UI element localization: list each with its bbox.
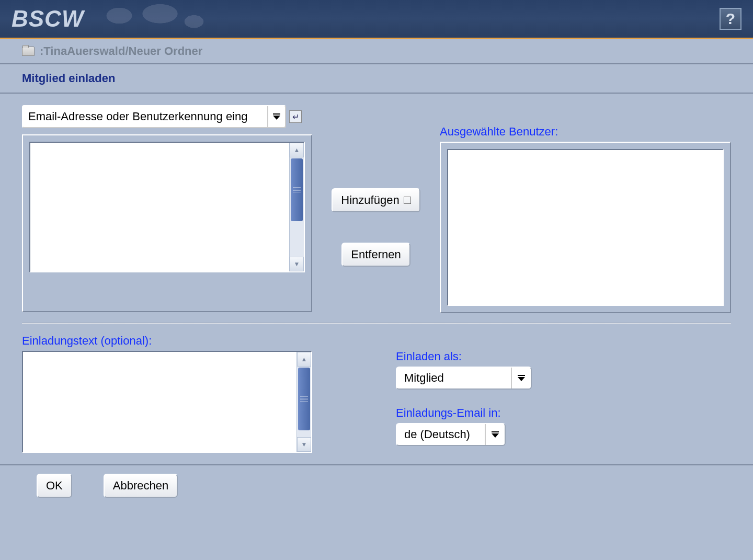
add-button[interactable]: Hinzufügen <box>332 188 420 212</box>
breadcrumb-path: :TinaAuerswald/Neuer Ordner <box>40 44 202 58</box>
ok-button[interactable]: OK <box>37 474 72 498</box>
page-title: Mitglied einladen <box>22 72 731 85</box>
invitation-scrollbar[interactable]: ▲ ▼ <box>296 352 311 452</box>
app-logo: BSCW <box>12 6 84 32</box>
selected-users-label: Ausgewählte Benutzer: <box>440 125 731 139</box>
chevron-down-icon <box>492 431 499 438</box>
candidates-scrollbar[interactable]: ▲ ▼ <box>289 143 304 271</box>
selected-list-inner[interactable] <box>448 150 723 305</box>
invite-as-value: Mitglied <box>404 371 511 385</box>
selected-users-listbox[interactable] <box>447 149 724 306</box>
scrollbar-thumb[interactable] <box>291 158 303 221</box>
ok-label: OK <box>46 479 63 493</box>
folder-icon <box>22 47 35 56</box>
chevron-down-icon <box>273 113 280 120</box>
title-bar: Mitglied einladen <box>0 64 753 94</box>
scroll-up-button[interactable]: ▲ <box>297 352 311 367</box>
add-square-icon <box>404 197 411 204</box>
invitation-textarea[interactable]: ▲ ▼ <box>22 351 312 453</box>
scrollbar-thumb[interactable] <box>298 368 310 430</box>
user-search-dropdown-trigger[interactable] <box>267 106 285 127</box>
user-search-input[interactable] <box>23 107 267 127</box>
scrollbar-track[interactable] <box>290 222 304 257</box>
scroll-down-button[interactable]: ▼ <box>290 257 304 271</box>
language-label: Einladungs-Email in: <box>396 406 532 420</box>
invitation-text-label: Einladungstext (optional): <box>22 334 312 348</box>
invite-as-label: Einladen als: <box>396 350 532 363</box>
language-dropdown[interactable]: de (Deutsch) <box>396 423 506 446</box>
main-form: ↵ ▲ ▼ Hinzufügen Entf <box>0 94 753 464</box>
candidates-panel: ▲ ▼ <box>22 134 312 312</box>
scrollbar-track[interactable] <box>297 431 311 437</box>
cancel-button[interactable]: Abbrechen <box>104 474 178 498</box>
remove-button[interactable]: Entfernen <box>341 243 410 267</box>
user-search-combo[interactable] <box>22 105 286 128</box>
candidates-list-inner[interactable] <box>30 143 289 271</box>
candidates-listbox[interactable]: ▲ ▼ <box>29 142 305 272</box>
scroll-up-button[interactable]: ▲ <box>290 143 304 157</box>
cancel-label: Abbrechen <box>113 479 168 493</box>
submit-search-button[interactable]: ↵ <box>289 110 302 123</box>
language-value: de (Deutsch) <box>404 428 485 441</box>
footer-actions: OK Abbrechen <box>0 464 753 506</box>
add-button-label: Hinzufügen <box>341 193 399 207</box>
worldmap-decoration <box>78 0 214 39</box>
scroll-down-button[interactable]: ▼ <box>297 437 311 452</box>
selected-users-panel <box>440 142 731 313</box>
section-divider <box>22 323 731 324</box>
remove-button-label: Entfernen <box>351 248 401 261</box>
breadcrumb-bar: :TinaAuerswald/Neuer Ordner <box>0 39 753 64</box>
invite-as-trigger[interactable] <box>511 368 531 388</box>
help-button[interactable]: ? <box>720 8 741 30</box>
invitation-textarea-inner[interactable] <box>23 352 296 452</box>
language-trigger[interactable] <box>485 424 505 445</box>
invite-as-dropdown[interactable]: Mitglied <box>396 367 532 390</box>
app-header: BSCW ? <box>0 0 753 39</box>
chevron-down-icon <box>518 375 525 381</box>
